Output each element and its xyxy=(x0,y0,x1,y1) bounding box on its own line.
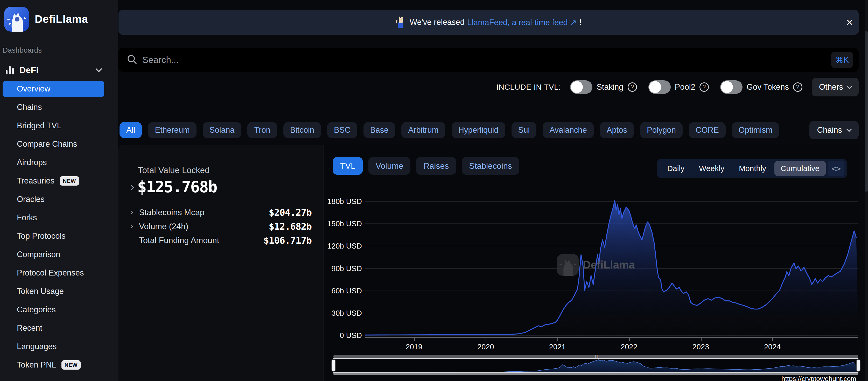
chevron-right-icon[interactable]: › xyxy=(130,221,139,231)
chart-tab-stablecoins[interactable]: Stablecoins xyxy=(462,157,519,175)
y-axis-tick-label: 60b USD xyxy=(323,286,362,295)
toggle-switch[interactable] xyxy=(570,81,592,94)
brand-name: DefiLlama xyxy=(35,13,88,25)
chain-pill-all[interactable]: All xyxy=(120,122,142,138)
sidebar-item-token-usage[interactable]: Token Usage xyxy=(3,283,104,299)
brush-scrollbar[interactable] xyxy=(333,373,859,375)
brush-handle-left[interactable] xyxy=(331,359,336,372)
stat-row-value: $106.717b xyxy=(264,235,312,246)
chain-pill-bsc[interactable]: BSC xyxy=(327,122,357,138)
page-scrollbar[interactable] xyxy=(865,0,868,381)
chain-pill-tron[interactable]: Tron xyxy=(247,122,277,138)
sidebar-item-chains[interactable]: Chains xyxy=(3,99,104,115)
banner-text-before: We've released xyxy=(410,18,465,27)
brush-grip-icon[interactable]: ||| xyxy=(593,355,598,358)
stat-row-volume-24h-[interactable]: ›Volume (24h)$12.682b xyxy=(130,219,312,233)
sidebar-item-forks[interactable]: Forks xyxy=(3,210,104,226)
sidebar-group-defi[interactable]: DeFi xyxy=(0,62,118,78)
party-llama-icon xyxy=(396,17,405,28)
chain-pill-hyperliquid[interactable]: Hyperliquid xyxy=(452,122,505,138)
mode-cumulative[interactable]: Cumulative xyxy=(774,161,826,176)
mode-daily[interactable]: Daily xyxy=(661,164,691,173)
toggle-switch[interactable] xyxy=(720,81,743,94)
stat-row-label: Stablecoins Mcap xyxy=(139,208,205,217)
chain-pill-core[interactable]: CORE xyxy=(689,122,726,138)
sidebar-item-top-protocols[interactable]: Top Protocols xyxy=(3,228,104,244)
sidebar-item-languages[interactable]: Languages xyxy=(3,339,104,355)
toggle-label: Pool2 xyxy=(675,83,695,92)
brand[interactable]: DefiLlama xyxy=(4,7,88,32)
bar-chart-icon xyxy=(6,66,14,74)
brush-handle-right[interactable] xyxy=(856,359,861,372)
tvl-area-chart[interactable] xyxy=(365,201,859,335)
keyboard-shortcut-badge: ⌘K xyxy=(831,52,853,68)
y-axis-tick-label: 180b USD xyxy=(323,197,362,206)
sidebar-item-label: Bridged TVL xyxy=(17,121,61,130)
sidebar-item-label: Chains xyxy=(17,103,42,112)
x-axis-tick-label: 2023 xyxy=(692,343,709,351)
chain-pill-base[interactable]: Base xyxy=(364,122,395,138)
x-axis-tick xyxy=(701,338,702,341)
sidebar-item-label: Token Usage xyxy=(17,287,64,296)
x-axis-line xyxy=(365,337,859,338)
chain-pill-sui[interactable]: Sui xyxy=(512,122,537,138)
sidebar-item-treasuries[interactable]: TreasuriesNEW xyxy=(3,173,104,189)
x-axis-tick-label: 2022 xyxy=(621,343,638,351)
brush-range-bar[interactable]: ||| xyxy=(333,355,859,358)
y-axis-tick-label: 30b USD xyxy=(323,309,362,317)
page-scrollbar-thumb[interactable] xyxy=(865,31,868,192)
chain-pill-bitcoin[interactable]: Bitcoin xyxy=(283,122,321,138)
sidebar-item-token-pnl[interactable]: Token PNLNEW xyxy=(3,357,104,373)
toggle-knob xyxy=(721,81,733,93)
sidebar-item-categories[interactable]: Categories xyxy=(3,302,104,318)
chart-tab-tvl[interactable]: TVL xyxy=(333,157,363,175)
chart-tab-raises[interactable]: Raises xyxy=(416,157,456,175)
sidebar-item-airdrops[interactable]: Airdrops xyxy=(3,155,104,170)
chain-pill-aptos[interactable]: Aptos xyxy=(600,122,634,138)
include-in-tvl-label: INCLUDE IN TVL: xyxy=(496,83,561,92)
search-icon xyxy=(127,54,137,66)
chevron-right-icon[interactable]: › xyxy=(130,180,135,194)
chain-pill-arbitrum[interactable]: Arbitrum xyxy=(401,122,445,138)
y-axis-tick-label: 0 USD xyxy=(323,331,362,340)
chevron-down-icon xyxy=(847,84,852,89)
help-icon[interactable]: ? xyxy=(793,83,802,92)
stat-row-stablecoins-mcap[interactable]: ›Stablecoins Mcap$204.27b xyxy=(130,205,312,219)
sidebar-item-comparison[interactable]: Comparison xyxy=(3,247,104,262)
sidebar-item-recent[interactable]: Recent xyxy=(3,320,104,336)
stat-row-label: Volume (24h) xyxy=(139,222,188,231)
sidebar-item-label: Protocol Expenses xyxy=(17,268,84,278)
toggle-switch[interactable] xyxy=(648,81,671,94)
brush-minimap[interactable] xyxy=(333,358,859,373)
chevron-down-icon xyxy=(95,66,102,72)
chain-pill-optimism[interactable]: Optimism xyxy=(732,122,779,138)
sidebar-group-label: DeFi xyxy=(20,65,39,75)
sidebar-item-bridged-tvl[interactable]: Bridged TVL xyxy=(3,118,104,134)
chart-tab-volume[interactable]: Volume xyxy=(368,157,411,175)
mode-weekly[interactable]: Weekly xyxy=(693,164,731,173)
site-url-watermark: https://cryptowehunt.com xyxy=(781,375,856,381)
sidebar-item-oracles[interactable]: Oracles xyxy=(3,191,104,208)
sidebar-item-overview[interactable]: Overview xyxy=(3,81,104,97)
sidebar-item-compare-chains[interactable]: Compare Chains xyxy=(3,136,104,152)
y-axis-tick-label: 90b USD xyxy=(323,264,362,273)
stats-panel: Total Value Locked › $125.768b ›Stableco… xyxy=(119,145,323,381)
sidebar-item-label: Recent xyxy=(17,323,42,333)
chains-dropdown[interactable]: Chains xyxy=(809,121,859,139)
others-dropdown[interactable]: Others xyxy=(812,78,859,96)
embed-code-button[interactable]: <> xyxy=(828,161,844,176)
chevron-right-icon[interactable]: › xyxy=(130,208,139,217)
sidebar-item-protocol-expenses[interactable]: Protocol Expenses xyxy=(3,265,104,281)
toggle-label: Gov Tokens xyxy=(747,83,789,92)
chain-pill-solana[interactable]: Solana xyxy=(203,122,241,138)
chain-pill-avalanche[interactable]: Avalanche xyxy=(542,122,593,138)
chain-pill-polygon[interactable]: Polygon xyxy=(640,122,683,138)
search-input[interactable]: Search... ⌘K xyxy=(119,48,859,72)
help-icon[interactable]: ? xyxy=(700,83,709,92)
chain-pill-ethereum[interactable]: Ethereum xyxy=(148,122,196,138)
banner-link[interactable]: LlamaFeed, a real-time feed ↗ xyxy=(467,18,577,27)
help-icon[interactable]: ? xyxy=(628,83,637,92)
close-icon[interactable]: × xyxy=(846,17,853,28)
mode-monthly[interactable]: Monthly xyxy=(733,164,772,173)
x-axis-tick-label: 2020 xyxy=(477,343,494,351)
